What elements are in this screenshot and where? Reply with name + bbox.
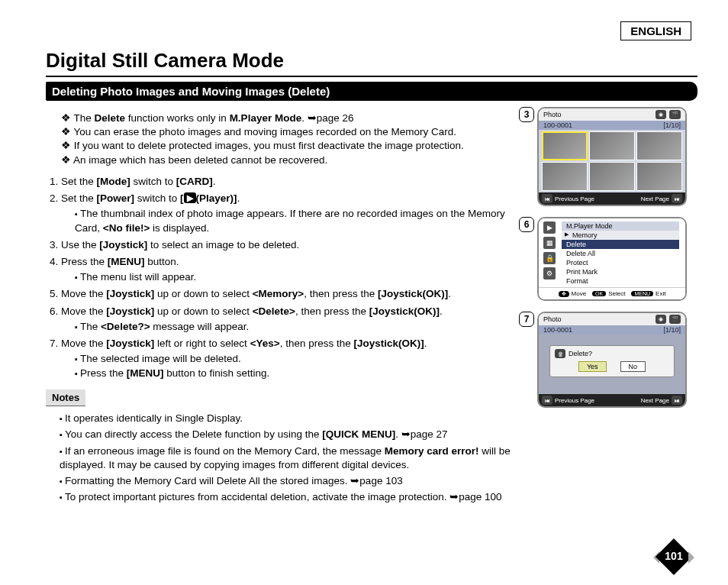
thumbnail xyxy=(589,162,635,191)
memory-icon: ▦ xyxy=(543,237,556,249)
thumbnail xyxy=(542,131,588,160)
file-number: 100-0001 xyxy=(543,326,572,334)
menu-category: Memory xyxy=(562,231,679,240)
section-heading: Deleting Photo Images and Moving Images … xyxy=(46,82,697,101)
ok-icon: OK xyxy=(592,291,606,296)
prev-icon: ⏮ xyxy=(542,194,552,203)
trash-icon: 🗑 xyxy=(555,349,565,358)
camera-icon: ◉ xyxy=(656,110,666,119)
thumbnail xyxy=(542,162,588,191)
next-icon: ⏭ xyxy=(672,194,682,203)
step-badge-7: 7 xyxy=(519,312,534,327)
step-2: Set the [Power] switch to [▶(Player)]. T… xyxy=(61,192,525,235)
title-divider xyxy=(46,76,697,77)
step-4: Press the [MENU] button. The menu list w… xyxy=(61,255,525,284)
step-badge-3: 3 xyxy=(519,107,534,122)
dialog-no-button: No xyxy=(620,361,646,372)
lcd-screen-thumbnails: Photo ◉ 🎬 100-0001 [1/10] xyxy=(537,107,687,206)
page-number-badge: 101 xyxy=(656,545,691,568)
screen-mode-label: Photo xyxy=(543,315,562,323)
play-icon: ▶ xyxy=(543,221,556,234)
menu-item-delete-all: Delete All xyxy=(562,249,679,258)
image-counter: [1/10] xyxy=(663,326,681,334)
menu-icon: MENU xyxy=(631,291,653,296)
step-6: Move the [Joystick] up or down to select… xyxy=(61,305,525,334)
illustration-column: 3 Photo ◉ 🎬 100-0001 [1/10] xyxy=(537,107,697,507)
camera-icon: ◉ xyxy=(656,315,666,324)
gear-icon: ⚙ xyxy=(543,267,556,280)
thumbnail xyxy=(636,162,682,191)
lock-icon: 🔒 xyxy=(543,252,556,264)
intro-bullets: The Delete function works only in M.Play… xyxy=(46,112,525,167)
notes-heading: Notes xyxy=(46,389,85,407)
menu-item-delete: Delete xyxy=(562,240,679,249)
menu-item-protect: Protect xyxy=(562,258,679,267)
main-text-column: The Delete function works only in M.Play… xyxy=(46,107,525,507)
menu-mode-label: M.Player Mode xyxy=(562,221,679,231)
notes-list: It operates identically in Single Displa… xyxy=(46,412,525,504)
prev-icon: ⏮ xyxy=(542,396,552,405)
thumbnail xyxy=(589,131,635,160)
dialog-yes-button: Yes xyxy=(578,361,607,372)
file-number: 100-0001 xyxy=(543,121,572,129)
lcd-screen-dialog: Photo ◉ 🎬 100-0001 [1/10] 🗑Delete? Yes xyxy=(537,312,687,408)
step-3: Use the [Joystick] to select an image to… xyxy=(61,238,525,252)
movie-icon: 🎬 xyxy=(669,315,681,324)
screen-mode-label: Photo xyxy=(543,111,562,118)
language-indicator: ENGLISH xyxy=(620,21,691,40)
lcd-screen-menu: ▶ ▦ 🔒 ⚙ M.Player Mode Memory Delete Dele… xyxy=(537,217,687,301)
next-icon: ⏭ xyxy=(672,396,682,405)
step-1: Set the [Mode] switch to [CARD]. xyxy=(61,175,525,189)
step-list: Set the [Mode] switch to [CARD]. Set the… xyxy=(46,175,525,380)
page-title: Digital Still Camera Mode xyxy=(46,49,697,73)
step-5: Move the [Joystick] up or down to select… xyxy=(61,287,525,301)
delete-dialog: 🗑Delete? Yes No xyxy=(549,345,675,377)
step-7: Move the [Joystick] left or right to sel… xyxy=(61,337,525,380)
thumbnail xyxy=(636,131,682,160)
joystick-icon: ✥ xyxy=(559,291,569,297)
step-badge-6: 6 xyxy=(519,217,534,232)
player-icon: ▶ xyxy=(184,192,196,203)
movie-icon: 🎬 xyxy=(669,110,681,119)
image-counter: [1/10] xyxy=(663,121,681,129)
menu-item-format: Format xyxy=(562,276,679,286)
menu-item-print-mark: Print Mark xyxy=(562,267,679,276)
